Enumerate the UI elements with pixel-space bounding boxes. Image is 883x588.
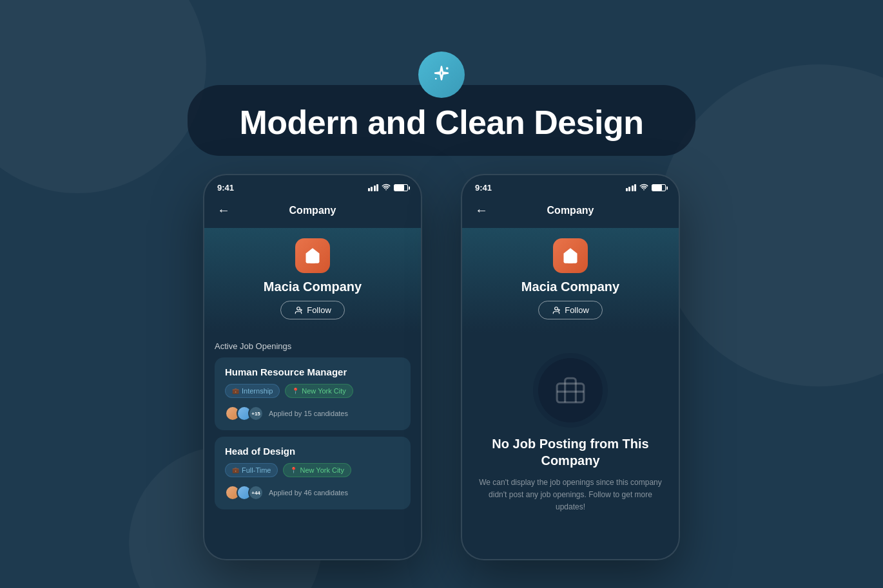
svg-point-2 bbox=[297, 307, 300, 310]
nav-bar-left: ← Company bbox=[204, 196, 421, 228]
status-bar-left: 9:41 bbox=[204, 175, 421, 196]
company-logo-icon-left bbox=[304, 247, 322, 265]
status-icons-left bbox=[368, 184, 409, 193]
location-tag-icon-2: 📍 bbox=[290, 467, 297, 473]
job-location-tag-1: 📍 New York City bbox=[285, 384, 353, 398]
job-card-1[interactable]: Human Resource Manager 💼 Internship 📍 Ne… bbox=[215, 357, 411, 430]
nav-title-left: Company bbox=[289, 205, 336, 216]
status-time-left: 9:41 bbox=[217, 183, 234, 193]
avatar-count-2: +44 bbox=[248, 485, 264, 500]
job-type-tag-1: 💼 Internship bbox=[225, 384, 280, 398]
applicants-text-2: Applied by 46 candidates bbox=[269, 489, 348, 497]
company-name-right: Macia Company bbox=[521, 280, 619, 294]
briefcase-tag-icon-2: 💼 bbox=[232, 467, 239, 473]
hero-title: Modern and Clean Design bbox=[239, 103, 643, 142]
phones-container: 9:41 ← Company bbox=[0, 174, 883, 560]
empty-title: No Job Posting from This Company bbox=[475, 435, 666, 469]
avatar-count-1: +15 bbox=[248, 406, 264, 421]
status-time-right: 9:41 bbox=[475, 183, 492, 193]
section-title-left: Active Job Openings bbox=[215, 341, 411, 351]
follow-label-right: Follow bbox=[565, 305, 589, 315]
svg-point-0 bbox=[446, 67, 449, 70]
signal-icon-left bbox=[368, 184, 379, 191]
follow-button-left[interactable]: Follow bbox=[280, 301, 345, 319]
job-tags-2: 💼 Full-Time 📍 New York City bbox=[225, 463, 400, 477]
job-card-2[interactable]: Head of Design 💼 Full-Time 📍 New York Ci… bbox=[215, 437, 411, 509]
sparkle-icon bbox=[432, 65, 451, 84]
battery-icon-right bbox=[652, 184, 666, 191]
hero-icon-bubble bbox=[418, 52, 465, 98]
signal-icon-right bbox=[626, 184, 637, 191]
job-location-tag-2: 📍 New York City bbox=[283, 463, 351, 477]
avatar-stack-2: +44 bbox=[225, 485, 264, 500]
job-title-2: Head of Design bbox=[225, 446, 400, 457]
follow-icon-left bbox=[294, 306, 303, 315]
battery-icon-left bbox=[394, 184, 408, 191]
company-logo-icon-right bbox=[561, 247, 579, 265]
briefcase-tag-icon-1: 💼 bbox=[232, 388, 239, 394]
nav-bar-right: ← Company bbox=[462, 196, 679, 228]
svg-point-1 bbox=[435, 78, 437, 80]
company-name-left: Macia Company bbox=[264, 280, 362, 294]
follow-button-right[interactable]: Follow bbox=[538, 301, 603, 319]
hero-section: Modern and Clean Design bbox=[0, 39, 883, 156]
location-tag-icon-1: 📍 bbox=[292, 388, 299, 394]
status-icons-right bbox=[626, 184, 666, 193]
wifi-icon-right bbox=[639, 184, 648, 193]
company-header-right: Macia Company Follow bbox=[462, 228, 679, 332]
phone-right: 9:41 ← Company bbox=[461, 174, 680, 560]
company-header-left: Macia Company Follow bbox=[204, 228, 421, 332]
job-type-tag-2: 💼 Full-Time bbox=[225, 463, 278, 477]
follow-icon-right bbox=[552, 306, 561, 315]
svg-point-5 bbox=[555, 307, 558, 310]
company-logo-left bbox=[295, 238, 330, 273]
back-button-left[interactable]: ← bbox=[215, 200, 233, 220]
applicants-row-2: +44 Applied by 46 candidates bbox=[225, 485, 400, 500]
job-tags-1: 💼 Internship 📍 New York City bbox=[225, 384, 400, 398]
follow-label-left: Follow bbox=[307, 305, 331, 315]
empty-briefcase-icon bbox=[554, 374, 587, 406]
empty-state: No Job Posting from This Company We can'… bbox=[462, 332, 679, 527]
wifi-icon-left bbox=[382, 184, 391, 193]
svg-rect-8 bbox=[557, 384, 584, 403]
applicants-row-1: +15 Applied by 15 candidates bbox=[225, 406, 400, 421]
company-logo-right bbox=[553, 238, 588, 273]
empty-icon-container bbox=[538, 358, 603, 422]
back-button-right[interactable]: ← bbox=[472, 200, 490, 220]
status-bar-right: 9:41 bbox=[462, 175, 679, 196]
empty-description: We can't display the job openings since … bbox=[475, 477, 666, 514]
nav-title-right: Company bbox=[547, 205, 594, 216]
avatar-stack-1: +15 bbox=[225, 406, 264, 421]
phone-left: 9:41 ← Company bbox=[203, 174, 422, 560]
job-title-1: Human Resource Manager bbox=[225, 366, 400, 377]
job-section-left: Active Job Openings Human Resource Manag… bbox=[204, 332, 421, 525]
applicants-text-1: Applied by 15 candidates bbox=[269, 410, 348, 417]
